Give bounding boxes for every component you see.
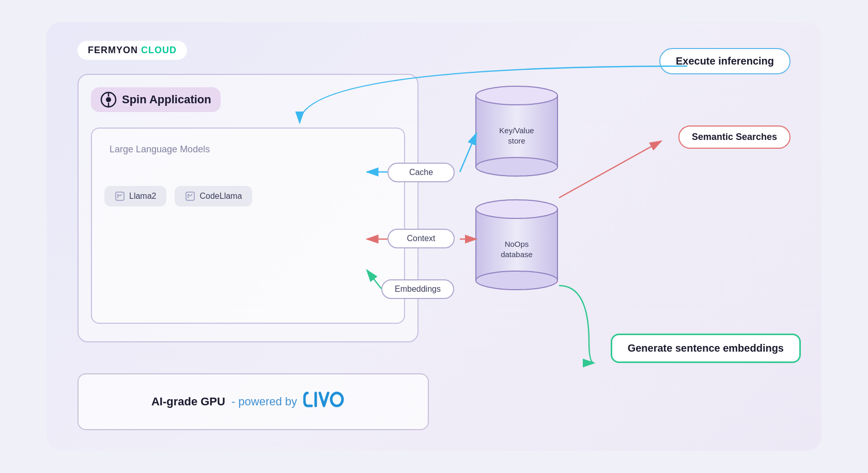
spin-icon	[100, 91, 117, 108]
cache-pill: Cache	[388, 163, 455, 182]
context-pill: Context	[388, 229, 455, 248]
kv-store-cylinder: Key/Value store	[475, 84, 558, 177]
semantic-label: Semantic Searches	[692, 132, 777, 142]
powered-by-text: - powered by	[231, 395, 297, 408]
svg-point-1	[106, 97, 111, 102]
civo-svg	[303, 388, 355, 411]
svg-text:NoOps: NoOps	[505, 240, 529, 248]
execute-inferencing-box: Execute inferencing	[659, 48, 791, 74]
svg-text:Key/Value: Key/Value	[499, 126, 534, 135]
svg-point-14	[476, 86, 557, 105]
noops-db-cylinder: NoOps database	[475, 198, 558, 291]
embeddings-pill: Embeddings	[381, 279, 454, 299]
svg-line-31	[460, 133, 476, 172]
cloud-text: CLOUD	[141, 45, 177, 56]
svg-line-7	[120, 194, 122, 196]
llama2-icon	[115, 191, 125, 201]
codellama-icon	[185, 191, 195, 201]
fermyon-text: FERMYON	[88, 45, 138, 56]
kv-store-svg: Key/Value store	[475, 84, 558, 177]
svg-text:store: store	[508, 136, 525, 145]
svg-point-23	[331, 393, 343, 406]
generate-label: Generate sentence embeddings	[628, 342, 784, 354]
spin-app-label: Spin Application	[91, 87, 221, 112]
llm-title: Large Language Models	[110, 144, 392, 155]
svg-point-19	[476, 200, 557, 218]
cache-connector: Cache	[388, 163, 455, 182]
gpu-text: AI-grade GPU	[151, 395, 225, 408]
generate-embeddings-box: Generate sentence embeddings	[611, 334, 801, 363]
spin-app-box: Spin Application Large Language Models L…	[78, 74, 419, 342]
embeddings-connector: Embeddings	[381, 279, 454, 299]
llama2-chip: Llama2	[104, 186, 166, 207]
codellama-chip: CodeLlama	[175, 186, 252, 207]
svg-line-11	[190, 194, 192, 196]
context-connector: Context	[388, 229, 455, 248]
gpu-box: AI-grade GPU - powered by	[78, 373, 429, 430]
spin-app-title: Spin Application	[122, 93, 211, 106]
codellama-label: CodeLlama	[199, 192, 242, 201]
svg-text:database: database	[501, 250, 533, 259]
fermyon-badge: FERMYON CLOUD	[78, 41, 187, 60]
model-chips: Llama2 CodeLlama	[104, 186, 392, 207]
execute-label: Execute inferencing	[676, 55, 774, 67]
main-diagram: FERMYON CLOUD Spin Application Large Lan…	[47, 22, 822, 451]
svg-point-13	[476, 157, 557, 176]
svg-point-18	[476, 271, 557, 290]
llm-box: Large Language Models Llama2	[91, 128, 405, 324]
llama2-label: Llama2	[129, 192, 156, 201]
noops-db-svg: NoOps database	[475, 198, 558, 291]
civo-logo	[303, 388, 355, 416]
semantic-searches-box: Semantic Searches	[678, 125, 791, 149]
